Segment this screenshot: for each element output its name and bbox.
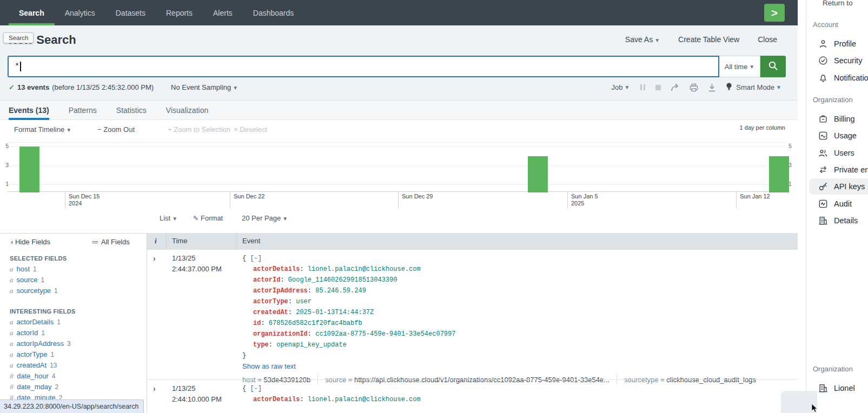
json-key[interactable]: actorDetails	[253, 396, 300, 403]
json-value[interactable]: lionel.palacin@clickhouse.com	[308, 265, 421, 273]
json-key[interactable]: actorId	[253, 276, 280, 284]
field-item-date_hour[interactable]: #date_hour4	[10, 372, 55, 380]
plus-icon: +	[168, 125, 172, 134]
cloud-menu-item-users[interactable]: Users	[809, 145, 868, 161]
tab-events-13-[interactable]: Events (13)	[9, 101, 49, 119]
tab-patterns[interactable]: Patterns	[69, 101, 97, 119]
nav-item-search[interactable]: Search	[9, 0, 55, 25]
job-menu-button[interactable]: Job▼	[611, 83, 630, 91]
time-range-picker[interactable]: All time▼	[719, 56, 760, 77]
nav-item-alerts[interactable]: Alerts	[203, 0, 243, 25]
building-icon	[818, 383, 829, 394]
x-axis-tick-label: Sun Jan 12	[736, 192, 770, 209]
event-count-detail: (before 1/13/25 2:45:32.000 PM)	[52, 83, 154, 91]
json-field: actorIpAddress: 85.246.59.249	[242, 285, 756, 296]
json-key[interactable]: type	[253, 341, 269, 349]
json-key[interactable]: id	[253, 319, 261, 327]
field-item-actorId[interactable]: aactorId1	[10, 329, 45, 337]
cloud-menu-item-api-keys[interactable]: API keys	[809, 178, 868, 195]
search-input[interactable]: *	[8, 56, 719, 77]
json-field: createdAt: 2025-01-13T14:44:37Z	[242, 307, 756, 318]
cloud-menu-item-details[interactable]: Details	[809, 212, 868, 229]
key-icon	[818, 181, 829, 192]
json-collapse-toggle[interactable]: [-]	[250, 385, 262, 392]
save-as-button[interactable]: Save As▼	[625, 35, 660, 44]
browser-status-bubble: 34.29.223.20:8000/en-US/app/search/searc…	[0, 399, 144, 413]
field-item-actorIpAddress[interactable]: aactorIpAddress3	[10, 339, 71, 348]
print-icon[interactable]	[690, 83, 698, 92]
cloud-menu-item-private-endpoints[interactable]: Private endpoints	[809, 162, 868, 178]
create-table-view-button[interactable]: Create Table View	[678, 35, 739, 44]
search-button[interactable]	[760, 56, 786, 77]
hide-fields-button[interactable]: ‹ Hide Fields	[11, 238, 50, 246]
field-item-sourcetype[interactable]: asourcetype1	[10, 287, 58, 295]
cloud-menu-item-usage[interactable]: Usage	[809, 128, 868, 144]
zoom-to-selection-button[interactable]: + Zoom to Selection	[168, 125, 230, 134]
cloud-menu-item-notifications[interactable]: Notifications	[809, 70, 868, 86]
field-item-host[interactable]: ahost1	[10, 265, 37, 274]
share-job-icon[interactable]	[671, 83, 680, 92]
x-axis-tick-label: Sun Jan 52025	[567, 192, 598, 209]
list-type-dropdown[interactable]: List▼	[160, 214, 177, 222]
json-value[interactable]: Google_114602629918513043390	[288, 276, 397, 284]
field-item-date_mday[interactable]: #date_mday2	[10, 383, 58, 391]
nav-item-datasets[interactable]: Datasets	[105, 0, 156, 25]
column-header-event[interactable]: Event	[242, 237, 260, 245]
zoom-out-button[interactable]: − Zoom Out	[97, 125, 135, 134]
deselect-button[interactable]: × Deselect	[234, 125, 267, 134]
json-collapse-toggle[interactable]: [-]	[250, 255, 262, 262]
event-sampling-dropdown[interactable]: No Event Sampling▼	[171, 83, 238, 91]
smart-mode-dropdown[interactable]: Smart Mode▼	[726, 82, 781, 92]
nav-item-reports[interactable]: Reports	[156, 0, 203, 25]
field-type-glyph: #	[10, 383, 14, 391]
show-raw-text-link[interactable]: Show as raw text	[242, 361, 756, 371]
json-value[interactable]: 2025-01-13T14:44:37Z	[296, 309, 374, 316]
field-item-source[interactable]: asource1	[10, 276, 44, 284]
bulb-icon	[726, 82, 732, 92]
field-type-glyph: a	[10, 276, 14, 284]
tab-visualization[interactable]: Visualization	[166, 101, 208, 119]
timeline-bar-jan-13-2025[interactable]	[769, 156, 789, 193]
pause-job-icon[interactable]	[639, 84, 646, 90]
splunk-logo[interactable]: >	[764, 4, 785, 22]
export-icon[interactable]	[708, 83, 716, 92]
field-type-glyph: a	[10, 265, 14, 273]
json-value[interactable]: 85.246.59.249	[315, 287, 366, 295]
nav-item-dashboards[interactable]: Dashboards	[243, 0, 304, 25]
column-header-info[interactable]: i	[155, 237, 157, 245]
json-value[interactable]: 678526d582c1f20fac4babfb	[269, 319, 362, 327]
tab-statistics[interactable]: Statistics	[116, 101, 147, 119]
all-fields-button[interactable]: ≔All Fields	[92, 238, 130, 246]
json-value[interactable]: user	[296, 298, 312, 305]
json-key[interactable]: actorType	[253, 298, 288, 305]
json-key[interactable]: organizationId	[253, 330, 308, 338]
timeline-bar-dec-13-2024[interactable]	[19, 146, 39, 192]
json-key[interactable]: actorIpAddress	[253, 287, 308, 295]
chevron-down-icon: ▼	[233, 85, 238, 91]
json-key[interactable]: createdAt	[253, 309, 288, 316]
json-value[interactable]: openapi_key_update	[276, 341, 347, 349]
timeline-bar-jan-3-2025[interactable]	[528, 156, 548, 193]
expand-event-chevron-icon[interactable]: ›	[153, 254, 156, 263]
nav-item-analytics[interactable]: Analytics	[55, 0, 105, 25]
cloud-menu-item-billing[interactable]: Billing	[809, 111, 868, 127]
field-item-actorDetails[interactable]: aactorDetails1	[10, 318, 61, 327]
column-header-time[interactable]: Time	[172, 237, 187, 245]
json-key[interactable]: actorDetails	[253, 265, 300, 273]
cloud-menu-item-profile[interactable]: Profile	[809, 36, 868, 52]
events-table: i Time Event ›1/13/252:44:37.000 PM{ [-]…	[147, 233, 798, 413]
stop-job-icon[interactable]	[655, 85, 661, 90]
json-value[interactable]: cc1092aa-8775-459e-9401-33e54ec07997	[315, 330, 455, 338]
field-item-createdAt[interactable]: acreatedAt13	[10, 361, 57, 370]
return-to-link[interactable]: Return to	[823, 0, 853, 7]
field-item-actorType[interactable]: aactorType1	[10, 350, 54, 359]
cloud-menu-item-lionel[interactable]: Lionel	[809, 380, 868, 396]
close-button[interactable]: Close	[758, 35, 777, 44]
json-value[interactable]: lionel.palacin@clickhouse.com	[308, 396, 421, 403]
cloud-menu-item-audit[interactable]: Audit	[809, 196, 868, 212]
format-timeline-dropdown[interactable]: Format Timeline▼	[14, 125, 71, 134]
format-results-button[interactable]: ✎Format	[193, 214, 223, 222]
expand-event-chevron-icon[interactable]: ›	[153, 384, 156, 393]
cloud-menu-item-security[interactable]: Security	[809, 52, 868, 69]
per-page-dropdown[interactable]: 20 Per Page▼	[242, 214, 288, 222]
